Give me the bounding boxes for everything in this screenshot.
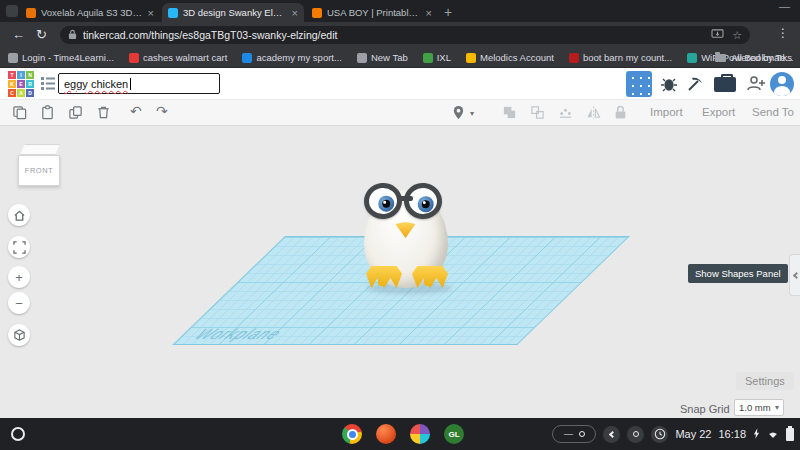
bookmark-item[interactable]: cashes walmart cart (129, 52, 227, 63)
tray-button-clock[interactable] (651, 426, 668, 443)
eye-iris (378, 195, 395, 212)
paste-icon[interactable] (40, 105, 55, 124)
taskbar: GL — May 22 16:18 (0, 418, 800, 450)
avatar[interactable] (770, 72, 794, 96)
install-app-icon[interactable] (711, 26, 724, 44)
fit-view-button[interactable] (8, 236, 30, 258)
bookmark-item[interactable]: academy my sport... (242, 52, 342, 63)
toolbox-icon[interactable] (714, 77, 736, 92)
new-tab-button[interactable]: + (444, 3, 452, 21)
collaborate-person-add-icon[interactable] (746, 75, 766, 95)
tray-button-back[interactable] (603, 426, 620, 443)
snap-grid-label: Snap Grid (680, 403, 730, 415)
text-caret (130, 78, 131, 90)
minecraft-pickaxe-icon[interactable] (686, 75, 704, 97)
chevron-left-icon (792, 271, 799, 278)
zoom-in-button[interactable]: + (8, 266, 30, 288)
bookmark-item[interactable]: Melodics Account (466, 52, 554, 63)
redo-icon[interactable]: ↷ (156, 103, 168, 119)
browser-tab-1[interactable]: Voxelab Aquila S3 3D Printer v... × (20, 3, 160, 22)
sim-lab-bug-icon[interactable] (660, 75, 678, 97)
bookmark-label: cashes walmart cart (143, 52, 227, 63)
notification-pill[interactable]: — (552, 425, 596, 443)
model-chicken-foot[interactable] (366, 266, 402, 288)
bookmark-favicon (129, 53, 139, 63)
ungroup-icon[interactable] (530, 105, 545, 124)
tinkercad-logo[interactable]: T I N K E R C A D (8, 71, 34, 97)
delete-icon[interactable] (96, 105, 111, 124)
bookmark-favicon (357, 53, 367, 63)
tab-title: 3D design Swanky Elzing - Tink... (183, 7, 287, 18)
bookmark-item[interactable]: boot barn my count... (569, 52, 672, 63)
settings-button[interactable]: Settings (736, 372, 794, 390)
all-bookmarks-button[interactable]: All Bookmarks (715, 52, 792, 63)
bookmark-favicon (8, 53, 18, 63)
browser-tab-3[interactable]: USA BOY | Printables.com × (306, 3, 438, 22)
address-bar[interactable]: tinkercad.com/things/es8gaTBgT03-swanky-… (60, 26, 750, 44)
undo-icon[interactable]: ↶ (130, 103, 142, 119)
show-shapes-panel-tooltip[interactable]: Show Shapes Panel (688, 264, 788, 283)
view-cube-front-face[interactable]: FRONT (18, 155, 60, 186)
folder-icon (715, 54, 726, 62)
status-tray[interactable]: — May 22 16:18 (552, 418, 794, 450)
logo-cell: N (26, 71, 34, 79)
back-icon[interactable]: ← (12, 26, 25, 43)
copy-icon[interactable] (12, 105, 27, 124)
view-cube[interactable]: FRONT (16, 144, 62, 188)
perspective-toggle-button[interactable] (8, 324, 30, 346)
tab-close-icon[interactable]: × (426, 7, 432, 19)
mirror-flip-icon[interactable] (586, 105, 601, 124)
bookmark-label: academy my sport... (256, 52, 342, 63)
browser-menu-icon[interactable]: ⋮ (777, 26, 790, 40)
screen: Voxelab Aquila S3 3D Printer v... × 3D d… (0, 0, 800, 450)
align-icon[interactable] (558, 105, 573, 124)
bookmark-favicon (242, 53, 252, 63)
design-name-input[interactable]: eggy chicken (58, 73, 220, 94)
export-button[interactable]: Export (702, 106, 735, 118)
wifi-icon (767, 425, 779, 443)
view-cube-top-face[interactable] (20, 144, 60, 155)
minimize-icon[interactable]: — (779, 0, 790, 12)
workplane-helper-icon[interactable] (452, 105, 465, 124)
taskbar-chrome-icon[interactable] (342, 424, 362, 444)
window-button[interactable] (6, 5, 18, 17)
duplicate-icon[interactable] (68, 105, 83, 124)
bookmark-star-icon[interactable]: ☆ (732, 29, 742, 42)
launcher-button[interactable] (11, 427, 25, 441)
taskbar-app-icon-gl[interactable]: GL (444, 424, 464, 444)
design-menu-icon[interactable] (40, 76, 56, 94)
viewport-canvas[interactable]: Workplane FRONT + − (0, 126, 800, 418)
bookmark-item[interactable]: Login - Time4Learni... (8, 52, 114, 63)
taskbar-app-icon-3[interactable] (410, 424, 430, 444)
taskbar-app-icon-2[interactable] (376, 424, 396, 444)
browser-tab-2-active[interactable]: 3D design Swanky Elzing - Tink... × (162, 3, 304, 22)
logo-cell: E (17, 80, 25, 88)
send-to-button[interactable]: Send To (752, 106, 794, 118)
helper-dropdown-caret-icon[interactable]: ▾ (470, 109, 474, 118)
shapes-panel-handle[interactable] (789, 254, 800, 296)
tab-close-icon[interactable]: × (148, 7, 154, 19)
tab-favicon (26, 8, 36, 18)
logo-cell: C (8, 89, 16, 97)
zoom-out-button[interactable]: − (8, 292, 30, 314)
dash-icon: — (564, 429, 573, 439)
bookmark-item[interactable]: New Tab (357, 52, 408, 63)
model-chicken-foot[interactable] (412, 266, 448, 288)
design-name-text: eggy chicken (64, 78, 128, 90)
import-button[interactable]: Import (650, 106, 683, 118)
reload-icon[interactable]: ↻ (36, 26, 47, 43)
chevron-down-icon: ▾ (775, 403, 779, 412)
record-dot-icon (579, 431, 585, 437)
logo-cell: A (17, 89, 25, 97)
all-bookmarks-label: All Bookmarks (731, 52, 792, 63)
home-view-button[interactable] (8, 204, 30, 226)
glasses-bridge (397, 196, 413, 201)
lock-shape-icon[interactable] (614, 105, 627, 124)
logo-cell: T (8, 71, 16, 79)
tab-close-icon[interactable]: × (292, 7, 298, 19)
tray-button-capture[interactable] (627, 426, 644, 443)
snap-grid-select[interactable]: 1.0 mm ▾ (734, 399, 784, 416)
group-icon[interactable] (502, 105, 517, 124)
bookmark-item[interactable]: IXL (423, 52, 451, 63)
dashboard-grid-button[interactable] (626, 71, 652, 97)
